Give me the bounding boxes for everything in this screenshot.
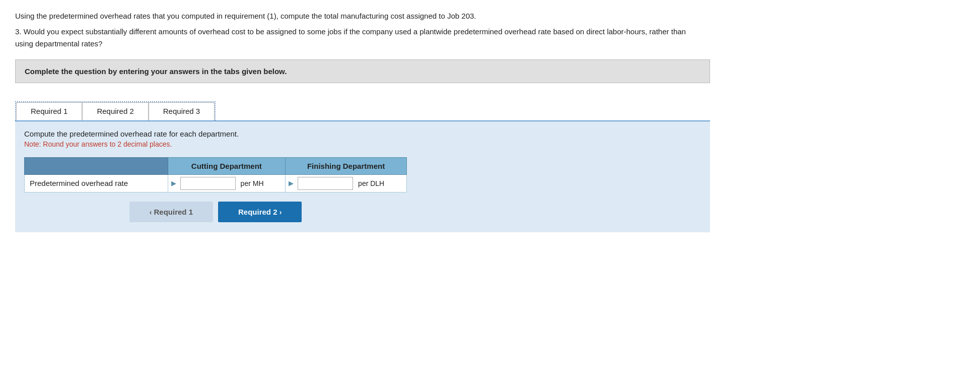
next-button[interactable]: Required 2 › [218, 202, 302, 222]
intro-line1: Using the predetermined overhead rates t… [15, 10, 695, 22]
table-header-empty [25, 157, 168, 174]
row-label: Predetermined overhead rate [25, 174, 168, 192]
intro-line2: 3. Would you expect substantially differ… [15, 26, 695, 49]
finishing-indicator-icon: ▶ [289, 179, 294, 187]
instruction-box: Complete the question by entering your a… [15, 59, 710, 83]
tab-required-3[interactable]: Required 3 [149, 102, 215, 120]
finishing-unit-label: per DLH [358, 179, 384, 187]
cutting-indicator-icon: ▶ [171, 179, 176, 187]
overhead-table: Cutting Department Finishing Department … [24, 157, 407, 192]
cutting-rate-input[interactable] [180, 177, 236, 190]
prev-chevron-icon: ‹ [150, 208, 152, 216]
table-header-cutting: Cutting Department [168, 157, 286, 174]
finishing-rate-cell: ▶ per DLH [286, 174, 407, 192]
next-chevron-icon: › [279, 208, 282, 216]
finishing-rate-input[interactable] [298, 177, 353, 190]
prev-button[interactable]: ‹ Required 1 [129, 202, 213, 222]
tab-required-1[interactable]: Required 1 [16, 102, 82, 120]
tab-required-2[interactable]: Required 2 [82, 102, 148, 120]
table-row: Predetermined overhead rate ▶ per MH ▶ p… [25, 174, 407, 192]
cutting-rate-cell: ▶ per MH [168, 174, 286, 192]
cutting-unit-label: per MH [241, 179, 264, 187]
nav-buttons: ‹ Required 1 Required 2 › [24, 202, 407, 222]
tab-instruction: Compute the predetermined overhead rate … [24, 130, 701, 138]
tab-note: Note: Round your answers to 2 decimal pl… [24, 140, 701, 148]
tab-content-area: Compute the predetermined overhead rate … [15, 120, 710, 232]
tabs-container: Required 1 Required 2 Required 3 [15, 101, 216, 120]
table-header-finishing: Finishing Department [286, 157, 407, 174]
